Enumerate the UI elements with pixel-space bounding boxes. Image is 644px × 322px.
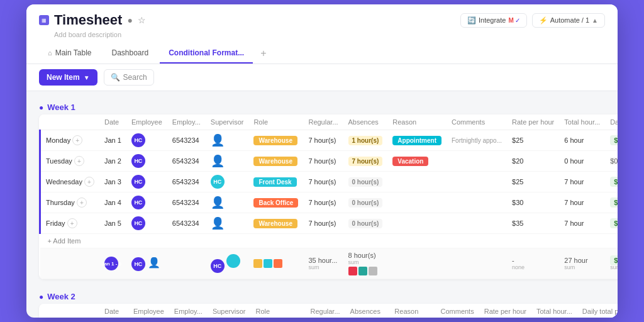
daily-total-cell: $0 xyxy=(605,151,618,172)
avatar: HC xyxy=(131,154,145,168)
reason-cell: Appointment xyxy=(387,130,447,151)
sum-regular-label: sum xyxy=(308,264,338,270)
col-total-hours-w2: Total hour... xyxy=(531,304,577,318)
sum-regular-value: 35 hour... xyxy=(308,257,337,264)
avatar: HC xyxy=(211,175,225,189)
add-row-button[interactable]: + xyxy=(72,135,82,145)
week1-label: Week 1 xyxy=(47,103,75,112)
col-date: Date xyxy=(99,114,126,130)
col-employee: Employee xyxy=(126,114,167,130)
daily-total-badge: $210 xyxy=(610,197,618,208)
role-badge: Warehouse xyxy=(253,157,297,166)
col-date-w2: Date xyxy=(99,304,128,318)
rate-cell: $35 xyxy=(507,213,559,234)
chevron-up-icon: ▲ xyxy=(592,17,598,24)
table-row[interactable]: Friday + Jan 5 HC 6543234 👤 Warehouse 7 … xyxy=(40,213,618,234)
employ-code-cell: 6543234 xyxy=(167,130,206,151)
dot-yellow xyxy=(253,259,262,268)
integrate-button[interactable]: 🔄 Integrate M ✓ xyxy=(460,13,527,28)
daily-total-cell: $245 xyxy=(605,213,618,234)
sum-daily-total: $780 sum xyxy=(605,248,618,279)
header-top: ▦ Timesheet ● ☆ 🔄 Integrate M ✓ ⚡ Automa… xyxy=(39,12,605,28)
dropdown-arrow-icon: ▼ xyxy=(84,74,90,81)
supervisor-cell: HC xyxy=(206,172,249,192)
employ-code-cell: 6543234 xyxy=(167,192,206,213)
add-item-cell[interactable]: + Add Item xyxy=(40,234,618,248)
dot-red xyxy=(348,267,357,275)
tab-conditional[interactable]: Conditional Format... xyxy=(160,43,253,64)
date-cell: Jan 5 xyxy=(99,213,126,234)
role-cell: Warehouse xyxy=(248,213,303,234)
rate-cell: $20 xyxy=(507,151,559,172)
col-supervisor: Supervisor xyxy=(206,114,249,130)
col-absences-w2: Absences xyxy=(345,304,390,318)
week2-section: ● Week 2 Date Employee Employ... Supervi… xyxy=(39,287,605,318)
reason-cell xyxy=(387,213,447,234)
absences-cell: 0 hour(s) xyxy=(343,192,388,213)
week2-toggle[interactable]: ● xyxy=(39,292,43,301)
board-description[interactable]: Add board description xyxy=(54,31,605,38)
toolbar: New Item ▼ 🔍 Search xyxy=(26,64,618,91)
week1-toggle[interactable]: ● xyxy=(39,103,43,112)
status-dot-icon: ● xyxy=(127,15,132,25)
employee-cell: HC xyxy=(126,192,167,213)
sum-total-hours: 27 hour sum xyxy=(559,248,605,279)
table-row[interactable]: Tuesday + Jan 2 HC 6543234 👤 Warehouse 7… xyxy=(40,151,618,172)
dot-orange xyxy=(274,259,282,268)
week2-table: Date Employee Employ... Supervisor Role … xyxy=(39,304,618,318)
role-badge: Warehouse xyxy=(253,136,297,145)
add-row-button[interactable]: + xyxy=(74,156,84,166)
rate-cell: $30 xyxy=(507,192,559,213)
employee-cell: HC xyxy=(126,130,167,151)
sum-avatar-hc: HC xyxy=(131,257,145,271)
add-item-row[interactable]: + Add Item xyxy=(40,234,618,248)
supervisor-cell: 👤 xyxy=(206,192,249,213)
add-row-button[interactable]: + xyxy=(77,197,87,208)
col-absences: Absences xyxy=(343,114,388,130)
regular-cell: 7 hour(s) xyxy=(303,130,343,151)
sum-absence-dots xyxy=(348,267,383,275)
sum-role xyxy=(248,248,303,279)
star-icon[interactable]: ☆ xyxy=(138,15,146,25)
absences-cell: 1 hour(s) xyxy=(343,130,388,151)
col-regular-w2: Regular... xyxy=(305,304,345,318)
day-label: Wednesday xyxy=(46,178,82,186)
absences-cell: 0 hour(s) xyxy=(343,172,388,192)
table-row[interactable]: Wednesday + Jan 3 HC 6543234 HC Front De… xyxy=(40,172,618,192)
daily-total-badge: $175 xyxy=(610,177,618,187)
tab-dashboard[interactable]: Dashboard xyxy=(103,43,157,64)
regular-cell: 7 hour(s) xyxy=(303,213,343,234)
sum-rate-value: - xyxy=(512,257,514,264)
avatar: HC xyxy=(131,196,145,209)
supervisor-cell: 👤 xyxy=(206,130,249,151)
sum-absences-value: 8 hour(s) xyxy=(348,252,376,259)
date-cell: Jan 3 xyxy=(99,172,126,192)
table-row[interactable]: Thursday + Jan 4 HC 6543234 👤 Back Offic… xyxy=(40,192,618,213)
col-employee-w2: Employee xyxy=(128,304,169,318)
add-row-button[interactable]: + xyxy=(67,218,77,228)
day-label: Tuesday xyxy=(46,157,72,165)
role-badge: Warehouse xyxy=(253,219,297,228)
date-cell: Jan 1 xyxy=(99,130,126,151)
col-rate: Rate per hour xyxy=(507,114,559,130)
role-cell: Back Office xyxy=(248,192,303,213)
new-item-button[interactable]: New Item ▼ xyxy=(39,69,97,86)
tab-add-button[interactable]: + xyxy=(255,45,271,62)
automate-button[interactable]: ⚡ Automate / 1 ▲ xyxy=(532,13,605,28)
sum-comments xyxy=(447,248,507,279)
employee-cell: HC xyxy=(126,213,167,234)
add-row-button[interactable]: + xyxy=(84,177,94,187)
search-box[interactable]: 🔍 Search xyxy=(104,69,154,86)
rate-cell: $25 xyxy=(507,130,559,151)
absence-badge: 0 hour(s) xyxy=(348,219,383,228)
mail-icons: M ✓ xyxy=(508,17,519,24)
week2-header-row: Date Employee Employ... Supervisor Role … xyxy=(40,304,618,318)
daily-total-cell: $175 xyxy=(605,172,618,192)
sync-icon: 🔄 xyxy=(467,16,476,25)
sum-daily-total-label: sum xyxy=(610,264,618,270)
sum-reason xyxy=(387,248,447,279)
tab-main[interactable]: ⌂ Main Table xyxy=(39,43,100,64)
day-label: Monday xyxy=(46,136,70,144)
role-cell: Front Desk xyxy=(248,172,303,192)
table-row[interactable]: Monday + Jan 1 HC 6543234 👤 Warehouse 7 … xyxy=(40,130,618,151)
